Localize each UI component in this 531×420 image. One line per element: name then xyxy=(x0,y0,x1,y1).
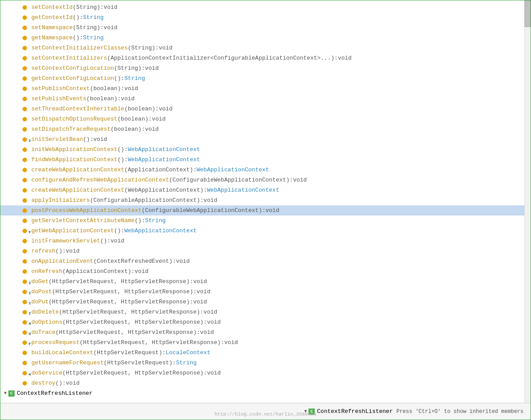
return-type: void xyxy=(159,106,173,112)
context-refresh-listener-item[interactable]: ▼CContextRefreshListener xyxy=(0,388,531,398)
method-params: (boolean) xyxy=(110,126,141,132)
return-type: String xyxy=(83,14,104,21)
list-item[interactable]: initFrameworkServlet() : void xyxy=(0,236,531,246)
list-item[interactable]: FgetWebApplicationContext() : WebApplica… xyxy=(0,226,531,236)
return-type: void xyxy=(104,4,117,11)
method-name: getNamespace xyxy=(31,34,73,41)
list-item[interactable]: setNamespace(String) : void xyxy=(0,23,531,33)
list-item[interactable]: onApplicationEvent(ContextRefreshedEvent… xyxy=(0,256,531,266)
list-item[interactable]: setPublishEvents(boolean) : void xyxy=(0,94,531,104)
list-item[interactable]: initWebApplicationContext() : WebApplica… xyxy=(0,144,531,155)
list-item[interactable]: postProcessWebApplicationContext(Configu… xyxy=(0,205,531,216)
method-name: setContextInitializerClasses xyxy=(31,45,128,51)
list-item[interactable]: setDispatchTraceRequest(boolean) : void xyxy=(0,124,531,134)
method-name: getContextConfigLocation xyxy=(31,75,114,82)
list-item[interactable]: setPublishContext(boolean) : void xyxy=(0,83,531,94)
return-type: String xyxy=(145,217,166,224)
method-icon xyxy=(23,66,30,71)
method-icon xyxy=(23,188,30,193)
method-icon xyxy=(23,87,30,91)
member-list[interactable]: setContextId(String) : voidgetContextId(… xyxy=(0,0,531,402)
list-item[interactable]: configureAndRefreshWebApplicationContext… xyxy=(0,175,531,185)
method-params: (ApplicationContextInitializer<Configura… xyxy=(107,55,335,61)
method-params: () xyxy=(117,156,124,163)
method-params: (HttpServletRequest, HttpServletResponse… xyxy=(52,288,193,295)
list-item[interactable]: setThreadContextInheritable(boolean) : v… xyxy=(0,104,531,114)
method-icon: A xyxy=(23,320,30,325)
list-item[interactable]: AdoOptions(HttpServletRequest, HttpServl… xyxy=(0,317,531,327)
method-params: (WebApplicationContext) xyxy=(124,187,203,193)
method-name: destroy xyxy=(31,380,56,386)
return-type: void xyxy=(93,136,107,143)
method-icon xyxy=(23,239,30,243)
list-item[interactable]: applyInitializers(ConfigurableApplicatio… xyxy=(0,195,531,205)
return-type: void xyxy=(293,177,307,183)
list-item[interactable]: createWebApplicationContext(WebApplicati… xyxy=(0,185,531,195)
return-type: void xyxy=(159,45,173,51)
list-item[interactable]: setContextInitializerClasses(String) : v… xyxy=(0,43,531,53)
method-params: () xyxy=(135,217,142,224)
bottom-bar: ▼ C ContextRefreshListener Press 'Ctrl+O… xyxy=(0,403,531,420)
method-name: initFrameworkServlet xyxy=(31,238,100,244)
list-item[interactable]: IdoPost(HttpServletRequest, HttpServletR… xyxy=(0,287,531,297)
method-params: (HttpServletRequest, HttpServletResponse… xyxy=(62,370,203,376)
method-params: (ConfigurableWebApplicationContext) xyxy=(169,177,290,183)
method-icon xyxy=(23,219,30,223)
list-item[interactable]: setContextId(String) : void xyxy=(0,2,531,12)
list-item[interactable]: refresh() : void xyxy=(0,246,531,256)
return-type: void xyxy=(193,278,207,285)
list-item[interactable]: setContextInitializers(ApplicationContex… xyxy=(0,53,531,63)
method-icon xyxy=(23,208,30,213)
watermark: http://blog.csdn.net/harlin_3580809 xyxy=(215,412,316,417)
method-icon xyxy=(23,15,30,20)
list-item[interactable]: AdoTrace(HttpServletRequest, HttpServlet… xyxy=(0,327,531,337)
method-icon xyxy=(23,5,30,10)
method-params: (ContextRefreshedEvent) xyxy=(93,258,172,265)
method-icon: A xyxy=(23,330,30,335)
method-params: (boolean) xyxy=(90,85,121,92)
return-type: void xyxy=(124,85,138,92)
method-name: getWebApplicationContext xyxy=(31,227,114,234)
list-item[interactable]: IdoGet(HttpServletRequest, HttpServletRe… xyxy=(0,276,531,287)
method-icon: A xyxy=(23,371,30,375)
list-item[interactable]: createWebApplicationContext(ApplicationC… xyxy=(0,165,531,175)
method-icon: I xyxy=(23,300,30,304)
method-params: () xyxy=(73,34,80,41)
return-type: void xyxy=(266,207,279,214)
list-item[interactable]: IdoPut(HttpServletRequest, HttpServletRe… xyxy=(0,297,531,307)
return-type: void xyxy=(207,370,221,376)
method-name: setNamespace xyxy=(31,24,73,31)
list-item[interactable]: IdoDelete(HttpServletRequest, HttpServle… xyxy=(0,307,531,317)
list-item[interactable]: getUsernameForRequest(HttpServletRequest… xyxy=(0,358,531,368)
method-params: () xyxy=(114,75,121,82)
return-type: WebApplicationContext xyxy=(128,156,200,163)
return-type: void xyxy=(207,319,221,325)
list-item[interactable]: getNamespace() : String xyxy=(0,33,531,43)
method-name: getContextId xyxy=(31,14,73,21)
list-item[interactable]: FprocessRequest(HttpServletRequest, Http… xyxy=(0,337,531,348)
scrollbar[interactable] xyxy=(524,0,531,403)
method-icon xyxy=(23,361,30,365)
method-name: applyInitializers xyxy=(31,197,90,204)
list-item[interactable]: getServletContextAttributeName() : Strin… xyxy=(0,216,531,226)
list-item[interactable]: buildLocaleContext(HttpServletRequest) :… xyxy=(0,348,531,358)
return-type: void xyxy=(66,380,79,386)
scrollbar-thumb[interactable] xyxy=(524,0,531,27)
list-item[interactable]: setContextConfigLocation(String) : void xyxy=(0,63,531,73)
method-icon xyxy=(23,56,30,61)
list-item[interactable]: findWebApplicationContext() : WebApplica… xyxy=(0,155,531,165)
return-type: void xyxy=(196,288,210,295)
method-name: doOptions xyxy=(31,319,62,325)
bottom-hint: Press 'Ctrl+O' to show inherited members xyxy=(396,409,523,415)
method-name: createWebApplicationContext xyxy=(31,166,124,173)
method-name: doPost xyxy=(31,288,52,295)
method-name: initServletBean xyxy=(31,136,83,143)
list-item[interactable]: setDispatchOptionsRequest(boolean) : voi… xyxy=(0,114,531,124)
list-item[interactable]: getContextConfigLocation() : String xyxy=(0,73,531,83)
list-item[interactable]: destroy() : void xyxy=(0,378,531,388)
list-item[interactable]: IinitServletBean() : void xyxy=(0,134,531,144)
list-item[interactable]: AdoService(HttpServletRequest, HttpServl… xyxy=(0,368,531,378)
list-item[interactable]: getContextId() : String xyxy=(0,12,531,23)
method-params: (ConfigurableWebApplicationContext) xyxy=(142,207,262,214)
list-item[interactable]: onRefresh(ApplicationContext) : void xyxy=(0,266,531,276)
